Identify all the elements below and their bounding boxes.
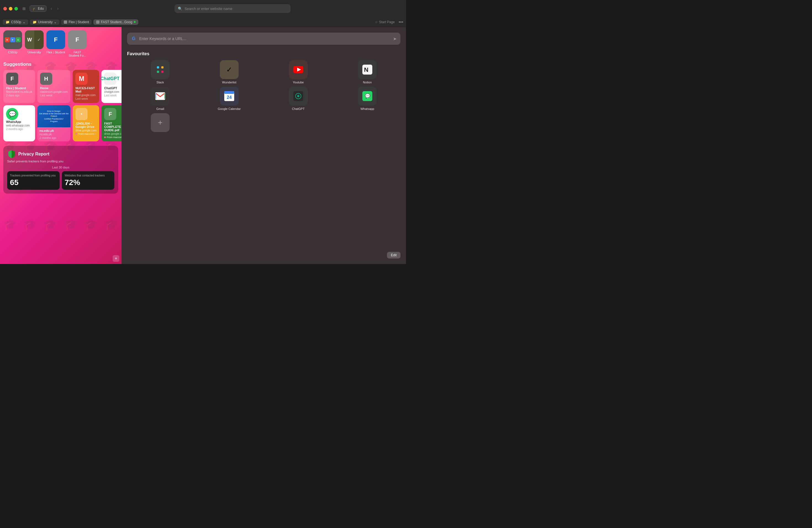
forward-button[interactable]: › — [56, 5, 60, 12]
suggestion-whatsapp[interactable]: 💬 WhatsApp web.whatsapp.com 2 months ago — [3, 105, 35, 142]
main-area: 🎓 🎓 🎓 🎓 🎓 🎓 🎓 🎓 🎓 🎓 🎓 🎓 🎓 🎓 🎓 🎓 🎓 🎓 — [0, 27, 406, 264]
suggestions-grid: F Flex | Student flexstudent.nu.edu.pk 2… — [3, 70, 118, 142]
pinned-university[interactable]: W ✓ University — [25, 30, 44, 57]
websites-value: 72% — [64, 178, 112, 187]
sidebar-submit-icon[interactable]: ➤ — [393, 36, 396, 41]
fav-gmail[interactable]: Gmail — [127, 87, 193, 111]
fav-google-calendar[interactable]: 24 Google Calendar — [196, 87, 262, 111]
svg-text:24: 24 — [227, 95, 232, 100]
tab-fast-student[interactable]: FAST Student...Goog — [93, 19, 139, 25]
suggestion-fast-guide[interactable]: F FAST COMPLETE GUIDE.pdf drive.google.c… — [101, 105, 121, 142]
fav-whatsapp[interactable]: 💬 Whatsapp — [334, 87, 401, 111]
tab-dropdown-icon[interactable]: ⌄ — [23, 20, 25, 24]
suggestion-nu-title: nu.edu.pk — [40, 129, 68, 132]
suggestion-home-icon: H — [40, 73, 52, 85]
suggestion-home[interactable]: H Home classroom.google.com Last week — [37, 70, 70, 103]
suggestion-english-drive[interactable]: • .ENGLISH – Google Drive drive.google.c… — [73, 105, 99, 142]
tab-flex[interactable]: Flex | Student — [61, 19, 92, 25]
trackers-value: 65 — [10, 178, 57, 187]
chatgpt-fav-icon — [293, 91, 303, 101]
svg-rect-1 — [157, 71, 159, 73]
edit-button[interactable]: Edit — [387, 252, 401, 259]
suggestion-flex-icon: F — [6, 73, 18, 85]
pinned-university-label: University — [28, 50, 41, 54]
suggestion-home-time: Last week — [40, 94, 68, 97]
suggestion-english-title: .ENGLISH – Google Drive — [75, 122, 97, 128]
edu-button[interactable]: Edu — [30, 5, 47, 12]
gmail-icon-box — [151, 87, 170, 105]
from-maccom-fast: From maccom › — [104, 136, 121, 138]
university-icon: W ✓ — [25, 30, 44, 49]
svg-rect-0 — [157, 66, 159, 69]
close-button[interactable] — [3, 7, 7, 11]
tab-cs50p[interactable]: 📁 CS50p ⌄ — [3, 19, 28, 25]
sidebar-search-bar[interactable]: G Enter Keywords or a URL... ➤ — [127, 33, 401, 45]
minimize-button[interactable] — [9, 7, 12, 11]
gcal-icon: 24 — [224, 91, 234, 101]
c-sub: C — [16, 37, 21, 42]
wiki-icon: W — [25, 30, 34, 49]
address-bar[interactable]: 🔍 Search or enter website name — [175, 4, 291, 13]
suggestion-mail-time: Last week — [75, 97, 97, 100]
suggestion-home-url: classroom.google.com — [40, 90, 68, 93]
f-sub: F — [10, 37, 15, 42]
tab-favicon — [96, 20, 99, 24]
back-button[interactable]: ‹ — [49, 5, 53, 12]
fav-add[interactable]: + — [127, 113, 193, 134]
suggestion-chatgpt-time: Last week — [104, 94, 121, 97]
pinned-fast[interactable]: F FAST Student Fo... — [68, 30, 87, 57]
fav-youtube[interactable]: Youtube — [265, 60, 331, 84]
youtube-label: Youtube — [293, 80, 304, 84]
suggestion-wa-url: web.whatsapp.com — [6, 124, 32, 127]
pinned-flex[interactable]: F Flex | Student — [46, 30, 65, 57]
more-tabs-button[interactable]: ••• — [398, 19, 403, 25]
suggestion-flex-url: flexstudent.nu.edu.pk — [6, 90, 32, 93]
wunderlist-icon-box: ✓ — [220, 60, 238, 79]
maccom-dot — [104, 136, 106, 138]
svg-text:💬: 💬 — [365, 93, 371, 99]
pinned-cs50p[interactable]: R F C CS50p — [3, 30, 22, 57]
nu-bottom: nu.edu.pk nu.edu.pk 2 months ago — [37, 127, 70, 141]
chatgpt-fav-icon-box — [289, 87, 308, 105]
add-tab-button[interactable]: + — [113, 255, 119, 262]
fav-wunderlist[interactable]: ✓ Wunderlist — [196, 60, 262, 84]
tab-active-dot — [134, 21, 135, 23]
suggestion-nu-time: 2 months ago — [40, 136, 68, 140]
suggestion-chatgpt-url: chatgpt.com — [104, 90, 121, 93]
whatsapp-fav-icon-box: 💬 — [358, 87, 377, 105]
fullscreen-button[interactable] — [14, 7, 18, 11]
fav-slack[interactable]: Slack — [127, 60, 193, 84]
start-page-tab[interactable]: ☆ Start Page — [375, 20, 395, 24]
nu-image: Drive to Design:Get ahead of the Demand … — [37, 105, 70, 127]
svg-rect-3 — [161, 71, 163, 73]
suggestion-nu-url: nu.edu.pk — [40, 133, 68, 136]
suggestion-nuces-mail[interactable]: M NUCES-FAST Mail mail.google.com Last w… — [73, 70, 99, 103]
pinned-tabs-row: R F C CS50p W ✓ — [3, 30, 118, 57]
from-maccom-english: From maccom › — [75, 133, 97, 135]
flex-icon: F — [46, 30, 65, 49]
tab-university[interactable]: 📁 University ⌄ — [30, 19, 60, 25]
suggestion-nu[interactable]: Drive to Design:Get ahead of the Demand … — [37, 105, 70, 142]
notion-icon-box: N — [358, 60, 377, 79]
slack-label: Slack — [157, 80, 164, 84]
whatsapp-fav-label: Whatsapp — [360, 107, 374, 111]
suggestion-chatgpt-title: ChatGPT — [104, 86, 121, 90]
suggestion-flex-student[interactable]: F Flex | Student flexstudent.nu.edu.pk 2… — [3, 70, 35, 103]
suggestion-chatgpt[interactable]: ChatGPT ChatGPT chatgpt.com Last week — [101, 70, 121, 103]
favourites-grid: Slack ✓ Wunderlist — [127, 60, 401, 134]
tab-dropdown-icon[interactable]: ⌄ — [54, 20, 57, 24]
slack-icon-box — [151, 60, 170, 79]
suggestion-fast-icon: F — [104, 108, 116, 120]
whatsapp-logo: 💬 — [6, 108, 18, 120]
tabs-bar: 📁 CS50p ⌄ 📁 University ⌄ Flex | Student … — [0, 17, 406, 27]
suggestions-title: Suggestions — [3, 62, 118, 67]
suggestion-english-icon: • — [75, 108, 88, 120]
r-sub: R — [5, 37, 10, 42]
add-plus-icon: + — [158, 118, 162, 127]
fav-notion[interactable]: N Notion — [334, 60, 401, 84]
pinned-fast-label: FAST Student Fo... — [68, 50, 87, 57]
suggestion-flex-title: Flex | Student — [6, 86, 32, 90]
privacy-title: Privacy Report — [18, 151, 49, 157]
svg-rect-10 — [224, 91, 234, 94]
fav-chatgpt[interactable]: ChatGPT — [265, 87, 331, 111]
